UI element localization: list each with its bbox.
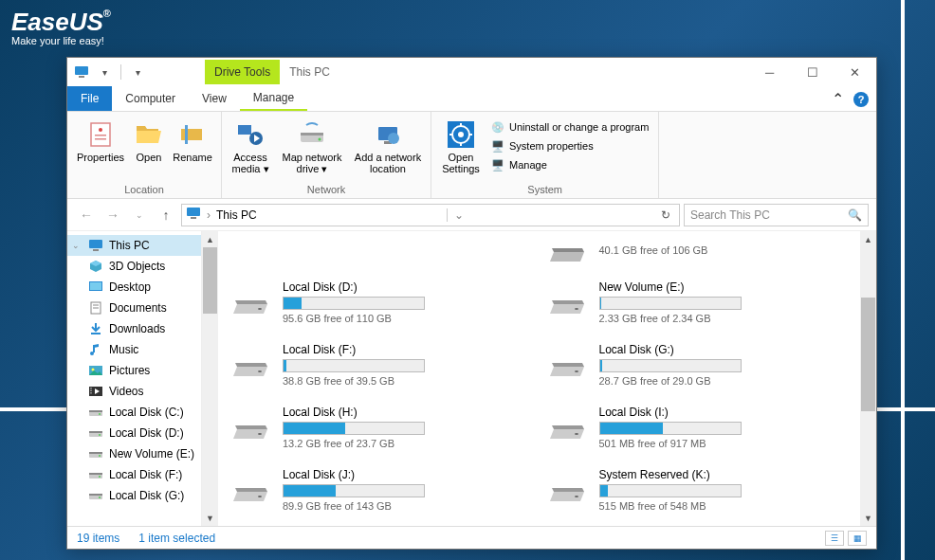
- open-settings-button[interactable]: Open Settings: [437, 116, 485, 174]
- brand-logo: EaseUS® Make your life easy!: [11, 8, 111, 46]
- status-bar: 19 items 1 item selected ☰ ▦: [67, 526, 876, 549]
- drive-item[interactable]: Local Disk (J:)89.9 GB free of 143 GB: [228, 464, 535, 515]
- drive-item[interactable]: Local Disk (H:)13.2 GB free of 23.7 GB: [228, 402, 535, 453]
- refresh-button[interactable]: ↻: [656, 208, 675, 222]
- rename-button[interactable]: Rename: [170, 116, 215, 163]
- navigation-pane[interactable]: ⌄This PC3D ObjectsDesktopDocumentsDownlo…: [67, 231, 202, 526]
- scroll-thumb[interactable]: [861, 298, 875, 411]
- nav-item[interactable]: Local Disk (D:): [67, 423, 201, 443]
- main-scrollbar[interactable]: ▲ ▼: [860, 231, 876, 526]
- drive-item[interactable]: Local Disk (G:)28.7 GB free of 29.0 GB: [544, 339, 852, 390]
- add-network-location-button[interactable]: Add a network location: [351, 116, 425, 174]
- drive-item[interactable]: Local Disk (D:)95.6 GB free of 110 GB: [228, 277, 535, 328]
- context-tab-drive-tools[interactable]: Drive Tools: [205, 60, 280, 84]
- nav-item[interactable]: Downloads: [67, 318, 201, 339]
- maximize-button[interactable]: ☐: [791, 59, 834, 85]
- svg-point-12: [319, 138, 321, 141]
- disk-icon: [548, 287, 590, 317]
- disk-icon: [548, 235, 590, 265]
- nav-item[interactable]: 3D Objects: [67, 256, 201, 277]
- nav-item[interactable]: Desktop: [67, 277, 201, 298]
- open-button[interactable]: Open: [130, 116, 168, 163]
- disk-icon: [231, 350, 273, 380]
- search-icon: 🔍: [848, 208, 862, 222]
- disk-icon: [88, 425, 103, 441]
- nav-item[interactable]: Local Disk (C:): [67, 402, 201, 423]
- breadcrumb-this-pc[interactable]: This PC: [216, 208, 257, 222]
- minimize-button[interactable]: ─: [748, 59, 791, 85]
- drive-free-text: 89.9 GB free of 143 GB: [283, 500, 531, 512]
- group-system-label: System: [431, 184, 658, 198]
- tab-computer[interactable]: Computer: [112, 86, 189, 111]
- scroll-down-arrow[interactable]: ▼: [202, 510, 218, 526]
- docs-icon: [88, 300, 103, 316]
- pc-icon: [186, 206, 201, 224]
- nav-item[interactable]: Documents: [67, 298, 201, 318]
- pc-icon: [73, 63, 90, 81]
- view-details-button[interactable]: ☰: [825, 531, 844, 546]
- svg-rect-53: [89, 494, 102, 496]
- drive-item[interactable]: Local Disk (I:)501 MB free of 917 MB: [544, 402, 852, 453]
- nav-item[interactable]: Local Disk (F:): [67, 464, 201, 485]
- disk-icon: [231, 475, 273, 505]
- drive-item-partial[interactable]: 40.1 GB free of 106 GB: [544, 235, 852, 265]
- titlebar[interactable]: ▾ ▾ Drive Tools This PC ─ ☐ ✕: [67, 58, 876, 86]
- music-icon: [88, 342, 103, 357]
- svg-rect-11: [301, 133, 323, 135]
- nav-item[interactable]: Music: [67, 339, 201, 360]
- ribbon-collapse-icon[interactable]: ⌃: [832, 90, 844, 108]
- main-view[interactable]: 40.1 GB free of 106 GB Local Disk (D:)95…: [218, 231, 860, 526]
- svg-point-18: [458, 132, 464, 137]
- network-drive-icon: [297, 119, 327, 150]
- nav-item-label: Desktop: [109, 280, 151, 294]
- qat-dropdown[interactable]: ▾: [94, 62, 115, 82]
- nav-item[interactable]: Pictures: [67, 360, 201, 381]
- qat-overflow[interactable]: ▾: [127, 62, 148, 82]
- view-tiles-button[interactable]: ▦: [848, 531, 867, 546]
- properties-button[interactable]: Properties: [73, 116, 128, 163]
- svg-rect-39: [90, 392, 92, 394]
- manage-button[interactable]: 🖥️Manage: [490, 157, 649, 172]
- nav-item[interactable]: Local Disk (G:): [67, 485, 201, 506]
- vids-icon: [88, 384, 103, 399]
- manage-icon: 🖥️: [490, 157, 505, 172]
- scroll-up-arrow[interactable]: ▲: [202, 231, 218, 247]
- svg-point-59: [258, 433, 262, 435]
- close-button[interactable]: ✕: [834, 59, 876, 85]
- navpane-scrollbar[interactable]: ▲ ▼: [202, 231, 218, 526]
- tab-view[interactable]: View: [189, 86, 240, 111]
- nav-item-label: New Volume (E:): [109, 447, 194, 461]
- address-bar-row: ← → ⌄ ↑ › This PC ⌄ ↻ Search This PC 🔍: [67, 199, 876, 231]
- drive-free-text: 95.6 GB free of 110 GB: [283, 313, 531, 324]
- svg-rect-50: [89, 473, 102, 475]
- disk-icon: [231, 287, 273, 317]
- search-input[interactable]: Search This PC 🔍: [684, 204, 869, 226]
- tab-file[interactable]: File: [67, 86, 112, 111]
- drive-item[interactable]: New Volume (E:)2.33 GB free of 2.34 GB: [544, 277, 852, 328]
- scroll-thumb[interactable]: [203, 247, 217, 314]
- scroll-down-arrow[interactable]: ▼: [860, 510, 876, 526]
- drive-item[interactable]: System Reserved (K:)515 MB free of 548 M…: [544, 464, 852, 515]
- drive-usage-bar: [599, 422, 742, 435]
- nav-forward-button[interactable]: →: [101, 204, 124, 226]
- system-properties-button[interactable]: 🖥️System properties: [490, 138, 649, 154]
- nav-item[interactable]: New Volume (E:): [67, 443, 201, 464]
- nav-up-button[interactable]: ↑: [155, 204, 177, 226]
- access-media-button[interactable]: Access media ▾: [228, 116, 273, 175]
- nav-item-label: Local Disk (C:): [109, 406, 184, 419]
- nav-item[interactable]: ⌄This PC: [67, 235, 201, 256]
- drive-item[interactable]: Local Disk (F:)38.8 GB free of 39.5 GB: [228, 339, 535, 390]
- uninstall-program-button[interactable]: 💿Uninstall or change a program: [490, 119, 649, 135]
- svg-point-61: [258, 496, 262, 497]
- tab-manage[interactable]: Manage: [240, 86, 307, 111]
- help-icon[interactable]: ?: [853, 92, 869, 107]
- nav-back-button[interactable]: ←: [75, 204, 98, 226]
- nav-recent-dropdown[interactable]: ⌄: [128, 204, 151, 226]
- address-bar[interactable]: › This PC ⌄ ↻: [181, 204, 680, 226]
- scroll-up-arrow[interactable]: ▲: [860, 231, 876, 247]
- group-location-label: Location: [67, 184, 221, 198]
- svg-rect-1: [79, 76, 84, 78]
- map-network-drive-button[interactable]: Map network drive ▾: [275, 116, 349, 175]
- status-item-count: 19 items: [77, 532, 119, 545]
- nav-item[interactable]: Videos: [67, 381, 201, 402]
